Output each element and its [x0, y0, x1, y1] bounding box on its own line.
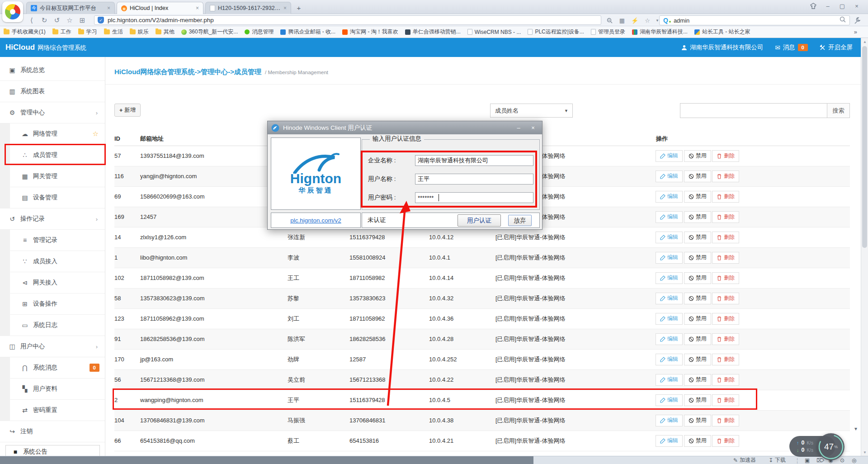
edit-button[interactable]: 编辑 — [656, 170, 683, 182]
bookmark-item[interactable]: WiseCRM NBS - ... — [467, 29, 521, 35]
browser-tab-1[interactable]: 今 今目标互联网工作平台 × — [26, 2, 115, 14]
bookmark-item[interactable]: 消息管理 — [245, 28, 274, 36]
tab-close-icon[interactable]: × — [107, 5, 110, 11]
password-field[interactable] — [415, 192, 533, 203]
edit-button[interactable]: 编辑 — [656, 333, 683, 345]
cancel-button[interactable]: 放弃 — [508, 215, 532, 226]
messages-menu[interactable]: ✉ 消息 0 — [775, 43, 808, 52]
maximize-window-icon[interactable]: ▢ — [836, 1, 848, 10]
apps-grid-icon[interactable]: ⊞ — [77, 14, 88, 26]
tab-close-icon[interactable]: × — [283, 5, 287, 11]
cell-email-link[interactable]: 18628258536@139.com — [140, 329, 288, 349]
cell-email-link[interactable]: wangping@hignton.com — [140, 390, 288, 410]
cell-email-link[interactable]: 15866020699@163.com — [140, 186, 288, 207]
delete-button[interactable]: 删除 — [712, 150, 739, 162]
sidebar-item-system-messages[interactable]: ⋂ 系统消息 0 — [0, 357, 105, 379]
edit-button[interactable]: 编辑 — [656, 211, 683, 223]
favorite-star-icon[interactable]: ☆ — [64, 14, 75, 26]
edit-button[interactable]: 编辑 — [656, 191, 683, 203]
disable-button[interactable]: 禁用 — [684, 435, 711, 447]
edit-button[interactable]: 编辑 — [656, 293, 683, 304]
history-icon[interactable]: ↺ — [52, 14, 62, 26]
delete-button[interactable]: 删除 — [712, 252, 739, 264]
browser-tab-2-active[interactable]: HiCloud | Index × — [117, 2, 203, 14]
edit-button[interactable]: 编辑 — [656, 374, 683, 386]
company-menu[interactable]: 湖南华辰智通科技有限公司 — [681, 43, 763, 52]
fullscreen-button[interactable]: 开启全屏 — [820, 43, 853, 52]
sidebar-item-member-management[interactable]: ∴ 成员管理 — [0, 145, 105, 166]
accelerator-button[interactable]: ✎ 加速器 — [733, 456, 756, 464]
cell-email-link[interactable]: jp@163.com — [140, 349, 288, 369]
progress-circle[interactable]: 47 % — [817, 433, 844, 460]
capture-icon[interactable]: ▣ — [805, 456, 810, 464]
reload-icon[interactable]: ↻ — [39, 14, 50, 26]
bookmark-item[interactable]: 工作 — [52, 28, 71, 36]
cell-email-link[interactable]: 18711058962@139.com — [140, 308, 288, 329]
bookmark-item[interactable]: PLC远程监控|设备... — [528, 28, 584, 36]
delete-button[interactable]: 删除 — [712, 333, 739, 345]
sidebar-item-gateway-access[interactable]: ⊲ 网关接入 — [0, 272, 105, 294]
delete-button[interactable]: 删除 — [712, 374, 739, 386]
bookmark-item[interactable]: 淘宝网 - 淘！我喜欢 — [342, 28, 398, 36]
disable-button[interactable]: 禁用 — [684, 333, 711, 345]
bookmark-item[interactable]: 湖南华辰智通科技... — [632, 28, 688, 36]
delete-button[interactable]: 删除 — [712, 170, 739, 182]
tab-close-icon[interactable]: × — [196, 5, 199, 11]
cell-email-link[interactable]: 13573830623@139.com — [140, 288, 288, 308]
bookmark-item[interactable]: 学习 — [78, 28, 97, 36]
delete-button[interactable]: 删除 — [712, 313, 739, 325]
dialog-minimize-icon[interactable]: – — [513, 124, 524, 131]
search-query-text[interactable]: admin — [674, 17, 837, 24]
edit-button[interactable]: 编辑 — [656, 394, 683, 406]
delete-button[interactable]: 删除 — [712, 354, 739, 365]
delete-button[interactable]: 删除 — [712, 232, 739, 243]
cell-email-link[interactable]: 13937551184@139.com — [140, 146, 288, 166]
disable-button[interactable]: 禁用 — [684, 354, 711, 365]
address-bar[interactable]: ✓ plc.hignton.com/V2/admin-member.php — [94, 15, 601, 25]
lightning-icon[interactable]: ⚡ — [629, 15, 640, 25]
disable-button[interactable]: 禁用 — [684, 313, 711, 325]
skin-icon[interactable] — [807, 1, 819, 10]
bookmark-item[interactable]: 站长工具 - 站长之家 — [694, 28, 750, 36]
back-icon[interactable]: ⟨ — [26, 14, 37, 26]
bookmark-item[interactable]: 娱乐 — [130, 28, 149, 36]
disable-button[interactable]: 禁用 — [684, 211, 711, 223]
disable-button[interactable]: 禁用 — [684, 191, 711, 203]
company-field[interactable] — [415, 155, 533, 166]
bookmark-item[interactable]: 手机收藏夹(1) — [4, 28, 46, 36]
authenticate-button[interactable]: 用户认证 — [458, 214, 501, 227]
bookmarks-overflow-icon[interactable]: » — [854, 28, 857, 35]
bookmark-item[interactable]: 管理员登录 — [591, 28, 625, 36]
sidebar-item-management-center[interactable]: ⚙ 管理中心 › — [0, 102, 105, 123]
sidebar-item-system-logs[interactable]: ▭ 系统日志 — [0, 315, 105, 336]
disable-button[interactable]: 禁用 — [684, 293, 711, 304]
edit-button[interactable]: 编辑 — [656, 313, 683, 325]
new-tab-button[interactable]: + — [293, 3, 305, 12]
sidebar-item-network-management[interactable]: ☁ 网络管理 ☆ — [0, 123, 105, 145]
sidebar-item-device-operations[interactable]: ⊞ 设备操作 — [0, 294, 105, 315]
sidebar-item-gateway-management[interactable]: ▦ 网关管理 — [0, 166, 105, 187]
cell-email-link[interactable]: 13706846831@139.com — [140, 410, 288, 431]
scrollbar-thumb[interactable] — [862, 46, 867, 248]
sidebar-item-system-charts[interactable]: ▥ 系统图表 — [0, 81, 105, 102]
sidebar-item-user-center[interactable]: ◫ 用户中心 › — [0, 336, 105, 357]
scroll-up-icon[interactable]: ▲ — [861, 38, 868, 45]
bookmark-item[interactable]: 腾讯企业邮箱 - 收... — [280, 28, 335, 36]
delete-button[interactable]: 删除 — [712, 293, 739, 304]
disable-button[interactable]: 禁用 — [684, 415, 711, 426]
sidebar-item-user-profile[interactable]: ▚ 用户资料 — [0, 379, 105, 400]
url-text[interactable]: plc.hignton.com/V2/admin-member.php — [108, 17, 214, 24]
disable-button[interactable]: 禁用 — [684, 170, 711, 182]
scrollbar[interactable]: ▲ ▼ — [861, 38, 868, 456]
sidebar-item-password-reset[interactable]: ⇄ 密码重置 — [0, 400, 105, 421]
browser-tab-3[interactable]: H120-1509-1617-2932-77 × — [205, 2, 291, 14]
minimize-window-icon[interactable]: – — [822, 1, 834, 10]
sidebar-item-logout[interactable]: ↪ 注销 — [0, 421, 105, 442]
delete-button[interactable]: 删除 — [712, 394, 739, 406]
settings-icon[interactable]: ◎ — [852, 456, 856, 464]
edit-button[interactable]: 编辑 — [656, 272, 683, 284]
disable-button[interactable]: 禁用 — [684, 394, 711, 406]
delete-button[interactable]: 删除 — [712, 191, 739, 203]
cell-email-link[interactable]: zlxlsy1@126.com — [140, 227, 288, 247]
search-icon[interactable] — [840, 16, 846, 24]
